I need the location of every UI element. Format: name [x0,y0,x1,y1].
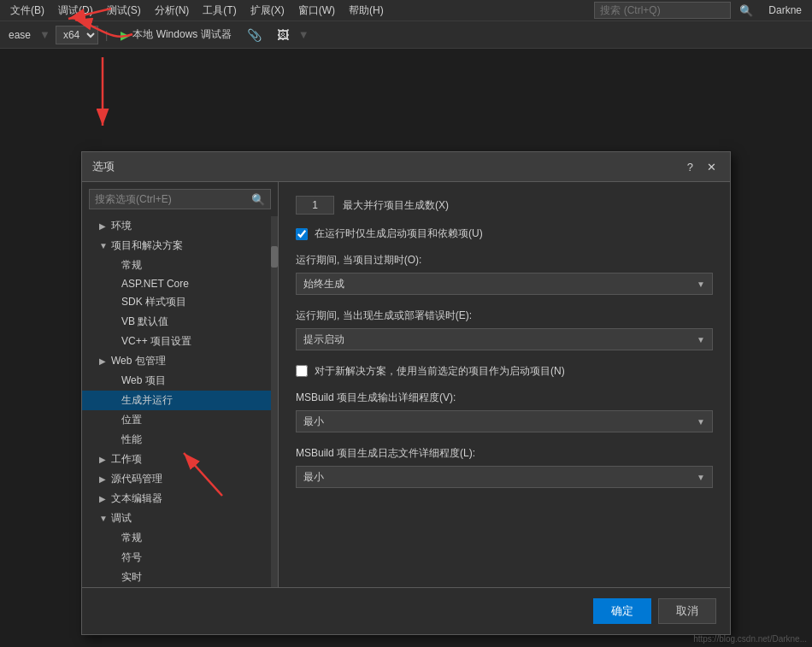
msbuild-verbosity-label: MSBuild 项目生成输出详细程度(V): [296,391,713,405]
play-icon: ▶ [121,28,130,42]
tree-item-label: SDK 样式项目 [121,295,186,309]
startup-project-label: 对于新解决方案，使用当前选定的项目作为启动项目(N) [315,364,565,379]
on-stale-label: 运行期间, 当项目过期时(O): [296,253,713,268]
screenshot-button[interactable]: 🖼 [271,26,295,44]
tree-item-general1[interactable]: 常规 [82,256,278,275]
tree-item-web-project[interactable]: Web 项目 [82,371,278,391]
dropdown-arrow-icon: ▼ [697,279,705,289]
tree-search-input[interactable] [90,190,246,209]
dropdown-arrow-icon: ▼ [697,335,705,344]
menu-test[interactable]: 测试(S) [100,2,148,20]
tree-item-label: 工作项 [111,452,142,467]
tree-item-label: ASP.NET Core [121,278,189,290]
username-label: Darkne [762,4,809,16]
tree-item-symbols[interactable]: 符号 [82,548,278,568]
tree-item-realtime[interactable]: 实时 [82,568,278,587]
dialog-body: 🔍 ▶ 环境 ▼ 项目和解决方案 常规 [82,182,730,587]
tree-item-label: Web 包管理 [111,354,166,368]
msbuild-log-dropdown-group: MSBuild 项目生成日志文件详细程度(L): 最小 ▼ [296,446,713,488]
on-error-label: 运行期间, 当出现生成或部署错误时(E): [296,309,713,323]
expand-icon: ▶ [99,455,108,464]
tree-item-general2[interactable]: 常规 [82,528,278,548]
options-dialog: 选项 ? ✕ 🔍 ▶ 环境 [81,151,731,635]
tree-item-label: VB 默认值 [121,315,168,329]
search-icon: 🔍 [736,4,756,17]
dialog-overlay: 选项 ? ✕ 🔍 ▶ 环境 [0,134,812,647]
tree-item-label: 项目和解决方案 [111,238,183,253]
on-stale-dropdown[interactable]: 始终生成 ▼ [296,273,713,295]
dialog-close-button[interactable]: ✕ [703,161,720,174]
tree-container: ▶ 环境 ▼ 项目和解决方案 常规 ASP. [82,216,278,587]
startup-only-checkbox[interactable] [296,228,308,240]
tree-item-vb-defaults[interactable]: VB 默认值 [82,312,278,332]
tree-item-web-packages[interactable]: ▶ Web 包管理 [82,351,278,371]
toolbar-config-label: ease [5,27,34,43]
tree-item-debug[interactable]: ▼ 调试 [82,509,278,528]
menu-search-input[interactable] [594,2,731,19]
expand-icon: ▶ [99,494,108,503]
msbuild-verbosity-dropdown-group: MSBuild 项目生成输出详细程度(V): 最小 ▼ [296,391,713,432]
parallel-builds-row: 1 最大并行项目生成数(X) [296,196,713,215]
tree-item-sdk-project[interactable]: SDK 样式项目 [82,292,278,312]
msbuild-log-value: 最小 [303,470,324,485]
tree-item-label: 生成并运行 [121,393,173,408]
menu-bar: 文件(B) 调试(D) 测试(S) 分析(N) 工具(T) 扩展(X) 窗口(W… [0,0,812,21]
tree-item-location[interactable]: 位置 [82,410,278,430]
tree-item-performance[interactable]: 性能 [82,430,278,450]
scrollbar-thumb[interactable] [271,246,278,268]
run-button[interactable]: ▶ 本地 Windows 调试器 [115,25,237,44]
tree-item-label: 位置 [121,413,142,427]
tree-item-environment[interactable]: ▶ 环境 [82,216,278,236]
run-label: 本地 Windows 调试器 [132,27,231,42]
startup-only-row: 在运行时仅生成启动项目和依赖项(U) [296,226,713,241]
tree-item-label: VC++ 项目设置 [121,334,191,349]
menu-analyze[interactable]: 分析(N) [148,2,197,20]
on-error-dropdown[interactable]: 提示启动 ▼ [296,328,713,350]
toolbar: ease ▼ x64 | ▶ 本地 Windows 调试器 📎 🖼 ▼ [0,21,812,49]
menu-extend[interactable]: 扩展(X) [244,2,291,20]
tree-item-build-run[interactable]: 生成并运行 [82,391,278,410]
menu-search-area: 🔍 Darkne [594,2,809,19]
on-stale-value: 始终生成 [303,277,344,291]
menu-debug[interactable]: 调试(D) [51,2,100,20]
attach-icon: 📎 [247,28,262,42]
menu-file[interactable]: 文件(B) [3,2,51,20]
tree-item-label: 实时 [121,570,142,585]
menu-tools[interactable]: 工具(T) [196,2,243,20]
startup-project-row: 对于新解决方案，使用当前选定的项目作为启动项目(N) [296,364,713,379]
max-parallel-input[interactable]: 1 [296,196,334,215]
tree-item-projects[interactable]: ▼ 项目和解决方案 [82,236,278,256]
menu-window[interactable]: 窗口(W) [291,2,342,20]
dropdown-arrow-icon: ▼ [697,417,705,426]
tree-item-label: 环境 [111,219,132,233]
msbuild-log-label: MSBuild 项目生成日志文件详细程度(L): [296,446,713,461]
dialog-title: 选项 [92,159,115,174]
expand-icon: ▶ [99,356,108,366]
expand-icon: ▶ [99,474,108,484]
msbuild-log-dropdown[interactable]: 最小 ▼ [296,466,713,488]
tree-item-label: 源代码管理 [111,472,162,486]
startup-only-label: 在运行时仅生成启动项目和依赖项(U) [315,226,483,241]
ok-button[interactable]: 确定 [593,598,651,624]
tree-item-text-editor[interactable]: ▶ 文本编辑器 [82,489,278,509]
tree-item-aspnetcore[interactable]: ASP.NET Core [82,275,278,292]
tree-item-label: Web 项目 [121,373,166,388]
tree-item-workitems[interactable]: ▶ 工作项 [82,450,278,469]
scrollbar-track [271,216,278,587]
cancel-button[interactable]: 取消 [658,598,716,624]
attach-button[interactable]: 📎 [241,26,268,44]
startup-project-checkbox[interactable] [296,365,308,377]
platform-dropdown[interactable]: x64 [56,26,98,44]
tree-item-label: 常规 [121,531,142,545]
msbuild-verbosity-dropdown[interactable]: 最小 ▼ [296,410,713,432]
tree-item-vcpp-settings[interactable]: VC++ 项目设置 [82,332,278,351]
menu-help[interactable]: 帮助(H) [342,2,391,20]
expand-icon: ▼ [99,241,108,250]
tree-item-source-control[interactable]: ▶ 源代码管理 [82,469,278,489]
tree-item-label: 文本编辑器 [111,491,162,506]
tree-search-box: 🔍 [89,189,271,209]
dialog-help-button[interactable]: ? [684,161,697,174]
content-panel: 1 最大并行项目生成数(X) 在运行时仅生成启动项目和依赖项(U) 运行期间, … [279,182,730,587]
on-error-dropdown-group: 运行期间, 当出现生成或部署错误时(E): 提示启动 ▼ [296,309,713,350]
dropdown-arrow-icon: ▼ [697,473,705,482]
